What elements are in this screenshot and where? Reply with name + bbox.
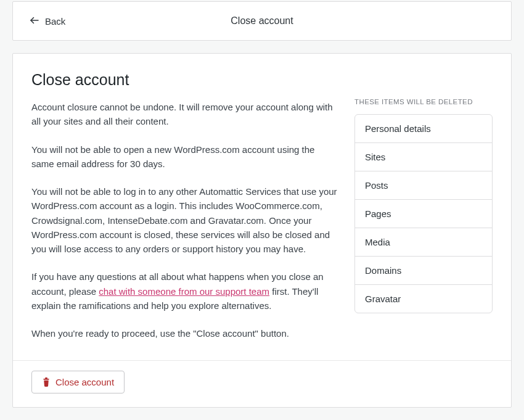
close-account-button[interactable]: Close account — [31, 371, 125, 393]
back-arrow-icon — [29, 15, 40, 28]
paragraph-3: You will not be able to log in to any ot… — [31, 184, 337, 256]
deleted-item: Sites — [355, 143, 492, 171]
deleted-item: Personal details — [355, 115, 492, 143]
header-title: Close account — [231, 15, 293, 27]
page-title: Close account — [31, 71, 337, 89]
deleted-heading: THESE ITEMS WILL BE DELETED — [354, 98, 493, 105]
close-account-card: Close account Account closure cannot be … — [12, 53, 512, 408]
card-footer: Close account — [13, 360, 511, 407]
paragraph-1: Account closure cannot be undone. It wil… — [31, 100, 337, 129]
deleted-item: Media — [355, 228, 492, 257]
paragraph-5: When you're ready to proceed, use the "C… — [31, 326, 337, 340]
content-column: Close account Account closure cannot be … — [31, 71, 337, 354]
deleted-item: Gravatar — [355, 285, 492, 313]
back-button[interactable]: Back — [13, 15, 81, 28]
deleted-item: Posts — [355, 171, 492, 200]
back-label: Back — [45, 16, 65, 27]
paragraph-4: If you have any questions at all about w… — [31, 270, 337, 313]
close-account-button-label: Close account — [55, 377, 114, 387]
support-chat-link[interactable]: chat with someone from our support team — [99, 286, 269, 297]
paragraph-2: You will not be able to open a new WordP… — [31, 142, 337, 171]
body-text: Account closure cannot be undone. It wil… — [31, 100, 337, 340]
deleted-item: Domains — [355, 257, 492, 285]
header-bar: Back Close account — [12, 1, 512, 41]
deleted-list: Personal details Sites Posts Pages Media… — [354, 114, 493, 313]
deleted-sidebar: THESE ITEMS WILL BE DELETED Personal det… — [354, 71, 493, 354]
trash-icon — [42, 377, 51, 387]
deleted-item: Pages — [355, 200, 492, 228]
